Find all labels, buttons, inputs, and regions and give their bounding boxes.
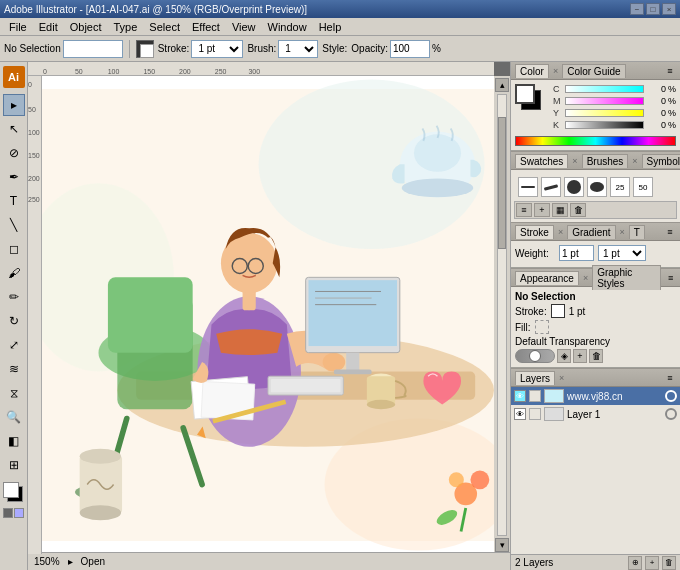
- layer-item-2[interactable]: 👁 Layer 1: [511, 405, 680, 423]
- brush-3[interactable]: [564, 177, 584, 197]
- artboard[interactable]: [42, 76, 494, 554]
- c-slider[interactable]: [565, 85, 644, 93]
- svg-point-44: [80, 449, 121, 464]
- vertical-scrollbar[interactable]: ▴ ▾: [494, 76, 510, 554]
- menu-file[interactable]: File: [4, 20, 32, 34]
- menu-effect[interactable]: Effect: [187, 20, 225, 34]
- tab-sep7: ×: [559, 373, 564, 383]
- scroll-thumb-v[interactable]: [498, 117, 506, 249]
- layer-2-name: Layer 1: [567, 409, 662, 420]
- fill-color-indicator[interactable]: [535, 320, 549, 334]
- k-slider[interactable]: [565, 121, 644, 129]
- stroke-tab[interactable]: Stroke: [515, 225, 554, 239]
- menu-view[interactable]: View: [227, 20, 261, 34]
- appearance-btn3[interactable]: 🗑: [589, 349, 603, 363]
- appearance-btn1[interactable]: ◈: [557, 349, 571, 363]
- tool-gradient[interactable]: ◧: [3, 430, 25, 452]
- weight-input[interactable]: [559, 245, 594, 261]
- brushes-tab[interactable]: Brushes: [582, 154, 629, 168]
- symbols-tab[interactable]: Symbols: [642, 154, 680, 168]
- layer-1-name: www.vj88.cn: [567, 391, 662, 402]
- appearance-panel-close[interactable]: ≡: [665, 272, 676, 284]
- layers-panel-close[interactable]: ≡: [664, 372, 676, 384]
- layers-delete[interactable]: 🗑: [662, 556, 676, 570]
- layer-1-lock[interactable]: [529, 390, 541, 402]
- scroll-down-btn[interactable]: ▾: [495, 538, 509, 552]
- swatches-tab[interactable]: Swatches: [515, 154, 568, 168]
- tool-rect[interactable]: ◻: [3, 238, 25, 260]
- layers-new-layer[interactable]: +: [645, 556, 659, 570]
- swatch-libraries[interactable]: ▦: [552, 203, 568, 217]
- color-spectrum[interactable]: [515, 136, 676, 146]
- layer-1-visibility[interactable]: 👁: [514, 390, 526, 402]
- layer-2-lock[interactable]: [529, 408, 541, 420]
- menu-object[interactable]: Object: [65, 20, 107, 34]
- transparency-track[interactable]: [515, 349, 555, 363]
- stroke-panel-close[interactable]: ≡: [664, 226, 676, 238]
- swatch-delete[interactable]: 🗑: [570, 203, 586, 217]
- menu-type[interactable]: Type: [109, 20, 143, 34]
- tool-warp[interactable]: ≋: [3, 358, 25, 380]
- swatch-new[interactable]: +: [534, 203, 550, 217]
- brush-select[interactable]: 1: [278, 40, 318, 58]
- menu-window[interactable]: Window: [263, 20, 312, 34]
- tool-pencil[interactable]: ✏: [3, 286, 25, 308]
- m-slider[interactable]: [565, 97, 644, 105]
- maximize-button[interactable]: □: [646, 3, 660, 15]
- brush-2[interactable]: [541, 177, 561, 197]
- brush-4[interactable]: [587, 177, 607, 197]
- stroke-select[interactable]: 1 pt0.5 pt2 pt: [191, 40, 243, 58]
- color-guide-tab[interactable]: Color Guide: [562, 64, 625, 78]
- c-row: C 0 %: [553, 84, 676, 94]
- tool-pen[interactable]: ✒: [3, 166, 25, 188]
- color-panel-close[interactable]: ≡: [664, 65, 676, 77]
- tool-mesh[interactable]: ⊞: [3, 454, 25, 476]
- brush-5[interactable]: 25: [610, 177, 630, 197]
- fg-color-swatch[interactable]: [515, 84, 535, 104]
- options-toolbar: No Selection Stroke: 1 pt0.5 pt2 pt Brus…: [0, 36, 680, 62]
- y-slider[interactable]: [565, 109, 644, 117]
- minimize-button[interactable]: −: [630, 3, 644, 15]
- opacity-input[interactable]: [390, 40, 430, 58]
- tool-select[interactable]: ▸: [3, 94, 25, 116]
- color-tab[interactable]: Color: [515, 64, 549, 78]
- layers-make-sublayer[interactable]: ⊕: [628, 556, 642, 570]
- m-row: M 0 %: [553, 96, 676, 106]
- appearance-tab[interactable]: Appearance: [515, 271, 579, 285]
- transparency-tab[interactable]: T: [629, 225, 645, 239]
- normal-mode-btn[interactable]: [3, 508, 13, 518]
- swatch-show-kinds[interactable]: ≡: [516, 203, 532, 217]
- scroll-track-v[interactable]: [497, 94, 507, 536]
- weight-select[interactable]: 1 pt0.5 pt2 pt: [598, 245, 646, 261]
- tool-lasso[interactable]: ⊘: [3, 142, 25, 164]
- menu-select[interactable]: Select: [144, 20, 185, 34]
- layer-2-visibility[interactable]: 👁: [514, 408, 526, 420]
- layers-tab[interactable]: Layers: [515, 371, 555, 385]
- layer-item-1[interactable]: 👁 www.vj88.cn: [511, 387, 680, 405]
- close-button[interactable]: ×: [662, 3, 676, 15]
- selection-input[interactable]: [63, 40, 123, 58]
- tool-rotate[interactable]: ↻: [3, 310, 25, 332]
- tool-type[interactable]: T: [3, 190, 25, 212]
- tool-direct-select[interactable]: ↖: [3, 118, 25, 140]
- preview-mode-btn[interactable]: [14, 508, 24, 518]
- tab-separator: ×: [553, 66, 558, 76]
- brush-6[interactable]: 50: [633, 177, 653, 197]
- stroke-color-box[interactable]: [136, 40, 154, 58]
- tool-paintbrush[interactable]: 🖌: [3, 262, 25, 284]
- stroke-color-indicator[interactable]: [551, 304, 565, 318]
- color-swatches[interactable]: [3, 482, 25, 504]
- tool-blend[interactable]: ⧖: [3, 382, 25, 404]
- menu-help[interactable]: Help: [314, 20, 347, 34]
- menu-edit[interactable]: Edit: [34, 20, 63, 34]
- scroll-up-btn[interactable]: ▴: [495, 78, 509, 92]
- layer-2-target[interactable]: [665, 408, 677, 420]
- layer-1-target[interactable]: [665, 390, 677, 402]
- tool-line[interactable]: ╲: [3, 214, 25, 236]
- tool-scale[interactable]: ⤢: [3, 334, 25, 356]
- gradient-tab[interactable]: Gradient: [567, 225, 615, 239]
- tool-eyedrop[interactable]: 🔍: [3, 406, 25, 428]
- brush-1[interactable]: [518, 177, 538, 197]
- appearance-btn2[interactable]: +: [573, 349, 587, 363]
- graphic-styles-tab[interactable]: Graphic Styles: [592, 265, 661, 290]
